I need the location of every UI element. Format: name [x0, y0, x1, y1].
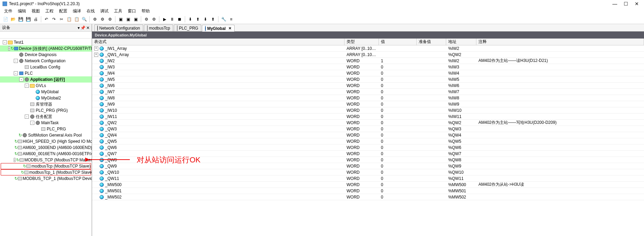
tree-node[interactable]: PLC_PRG [0, 126, 92, 132]
grid-row[interactable]: _QW11WORD0%QW11 [92, 175, 644, 182]
tree-expander-icon[interactable]: - [3, 40, 7, 44]
grid-row[interactable]: _QW4WORD0%QW4 [92, 132, 644, 138]
toolbar-button[interactable]: 📋 [66, 16, 72, 23]
toolbar-button[interactable]: 💾 [17, 16, 24, 23]
toolbar-button[interactable]: ↷ [50, 16, 57, 23]
grid-row[interactable]: _QW6WORD0%QW6 [92, 144, 644, 151]
grid-column-header[interactable]: 类型 [344, 39, 379, 45]
grid-column-header[interactable]: 表达式 [92, 39, 344, 45]
grid-row[interactable]: _IW2WORD1%IW2AM402作为主站——读H3U(D12-D21) [92, 58, 644, 64]
toolbar-button[interactable]: 🔍 [81, 16, 88, 23]
toolbar-button[interactable]: ▣ [117, 16, 124, 23]
grid-row[interactable]: _IW3WORD0%IW3 [92, 64, 644, 70]
menu-item[interactable]: 在线 [84, 8, 97, 15]
tree-node[interactable]: LocalBus Config [0, 64, 92, 70]
menu-item[interactable]: 文件 [2, 8, 14, 15]
grid-row[interactable]: _QW9WORD0%QW9 [92, 163, 644, 169]
maximize-button[interactable]: ☐ [623, 1, 628, 6]
toolbar-button[interactable]: ⚙ [99, 16, 106, 23]
toolbar-button[interactable]: 🔧 [220, 16, 227, 23]
menu-item[interactable]: 编辑 [16, 8, 28, 15]
grid-row[interactable]: _QW5WORD0%QW5 [92, 138, 644, 144]
tab-close-icon[interactable]: ✕ [228, 26, 231, 31]
tree-node[interactable]: -↻Device [连接的] (AM402-CPU1608TP/TN) [0, 45, 92, 52]
menu-item[interactable]: 帮助 [139, 8, 152, 15]
dropdown-icon[interactable]: ▾ [78, 25, 80, 30]
tree-expander-icon[interactable]: - [19, 77, 23, 82]
toolbar-button[interactable]: ⏸ [169, 16, 176, 23]
tree-node[interactable]: -PLC [0, 70, 92, 76]
toolbar-button[interactable]: ⚙ [106, 16, 113, 23]
toolbar-button[interactable]: ⚙ [91, 16, 98, 23]
editor-tab[interactable]: modbusTcp [144, 24, 173, 31]
toolbar-button[interactable]: ⏹ [176, 16, 183, 23]
grid-column-header[interactable]: 注释 [476, 39, 644, 45]
toolbar-button[interactable]: ▣ [125, 16, 132, 23]
grid-row[interactable]: _IW11WORD0%IW11 [92, 114, 644, 120]
tree-expander-icon[interactable]: - [14, 71, 18, 75]
toolbar-button[interactable]: ▶ [161, 16, 168, 23]
tree-node[interactable]: MyGlobal [0, 89, 92, 95]
tree-expander-icon[interactable]: - [14, 158, 15, 162]
grid-row[interactable]: +_QW1_ArrayARRAY [0..10] OF ...%QW2 [92, 52, 644, 58]
grid-row[interactable]: _MW500WORD0%MW500AM402作为从站->H3U读 [92, 182, 644, 188]
tree-node[interactable]: ↻SoftMotion General Axis Pool [0, 132, 92, 138]
tree-node[interactable]: -MainTask [0, 120, 92, 126]
tree-node[interactable]: -Application [运行] [0, 76, 92, 83]
toolbar-button[interactable]: ↶ [43, 16, 50, 23]
grid-row[interactable]: _IW6WORD0%IW6 [92, 83, 644, 89]
menu-item[interactable]: 工具 [112, 8, 124, 15]
grid-column-header[interactable]: 地址 [446, 39, 476, 45]
close-button[interactable]: ✕ [634, 1, 639, 6]
tree-expander-icon[interactable]: - [25, 84, 29, 88]
tree-node[interactable]: ↻HIGH_SPEED_IO (High Speed IO Module) [0, 138, 92, 144]
toolbar-button[interactable]: ⬇ [187, 16, 194, 23]
tree-node[interactable]: -Test1 [0, 39, 92, 45]
tree-expander-icon[interactable]: - [14, 59, 18, 63]
variable-grid[interactable]: 表达式类型值准备值地址注释 +_IW1_ArrayARRAY [0..10] O… [92, 39, 644, 236]
toolbar-button[interactable]: ⚙ [150, 16, 157, 23]
tree-node[interactable]: Device Diagnosis [0, 52, 92, 58]
tree-node[interactable]: 库管理器 [0, 101, 92, 107]
grid-row[interactable]: _IW10WORD0%IW10 [92, 107, 644, 114]
toolbar-button[interactable]: ⬆ [210, 16, 216, 23]
toolbar-button[interactable]: 📄 [2, 16, 9, 23]
tree-node[interactable]: PLC_PRG (PRG) [0, 107, 92, 114]
tree-expander-icon[interactable]: - [8, 46, 10, 51]
toolbar-button[interactable]: ✂ [58, 16, 65, 23]
tree-node[interactable]: ↻MODBUS_TCP_1 (ModbusTCP Device) [0, 175, 92, 182]
menu-item[interactable]: 配置 [57, 8, 69, 15]
editor-tab[interactable]: Network Configuration [94, 24, 143, 31]
grid-row[interactable]: _QW3WORD0%QW3 [92, 126, 644, 132]
grid-row[interactable]: _IW8WORD0%IW8 [92, 95, 644, 101]
tree-node[interactable]: -↻MODBUS_TCP (ModbusTCP Master) [0, 157, 92, 163]
row-expander-icon[interactable]: + [94, 46, 98, 51]
tree-node[interactable]: ↻AM600_0016ETN (AM600-0016ETP/AM600-0... [0, 151, 92, 157]
toolbar-button[interactable]: ▣ [132, 16, 139, 23]
grid-row[interactable]: _IW7WORD0%IW7 [92, 89, 644, 95]
close-panel-icon[interactable]: ✕ [86, 25, 90, 30]
toolbar-button[interactable]: 🖨 [32, 16, 39, 23]
grid-row[interactable]: _MW502WORD0%MW502 [92, 194, 644, 200]
menu-item[interactable]: 窗口 [126, 8, 138, 15]
grid-row[interactable]: _IW5WORD0%IW5 [92, 76, 644, 83]
menu-item[interactable]: 编译 [71, 8, 83, 15]
toolbar-button[interactable]: 📋 [73, 16, 80, 23]
row-expander-icon[interactable]: + [94, 53, 98, 57]
tree-node[interactable]: MyGlobal2 [0, 95, 92, 101]
grid-row[interactable]: _IW9WORD0%IW9 [92, 101, 644, 107]
toolbar-button[interactable]: 💾 [25, 16, 32, 23]
menu-item[interactable]: 工程 [43, 8, 56, 15]
grid-row[interactable]: _QW2WORD0%QW2AM402作为主站——写给H3U(D200-D209) [92, 120, 644, 126]
tree-node[interactable]: ↻AM600_1600END (AM600-1600END) [0, 144, 92, 151]
tree-expander-icon[interactable]: - [25, 115, 29, 119]
grid-row[interactable]: +_IW1_ArrayARRAY [0..10] OF ...%IW2 [92, 45, 644, 52]
tree-node[interactable]: ↻modbusTcp_1 (ModbusTCP Slave) [1, 169, 91, 175]
minimize-button[interactable]: — [612, 1, 617, 6]
tree-node[interactable]: ↻modbusTcp (ModbusTCP Slave) [1, 163, 91, 169]
grid-row[interactable]: _QW10WORD0%QW10 [92, 169, 644, 175]
menu-item[interactable]: 调试 [98, 8, 111, 15]
grid-row[interactable]: _QW7WORD0%QW7 [92, 151, 644, 157]
toolbar-button[interactable]: 📂 [10, 16, 16, 23]
tree-expander-icon[interactable]: - [30, 121, 34, 125]
